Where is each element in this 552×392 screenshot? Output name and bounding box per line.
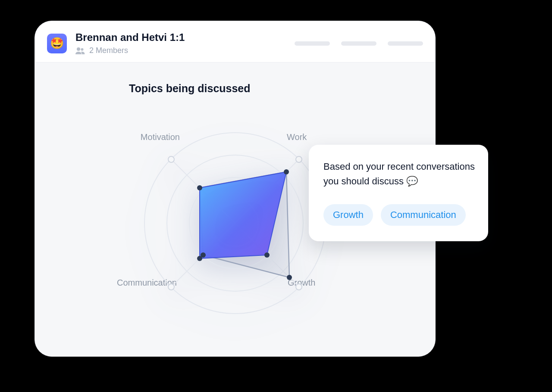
channel-title: Brennan and Hetvi 1:1 (75, 31, 185, 44)
svg-point-0 (77, 47, 80, 51)
members-row: 2 Members (75, 46, 185, 55)
svg-point-18 (264, 252, 270, 258)
svg-point-19 (197, 256, 202, 261)
title-block: Brennan and Hetvi 1:1 2 Members (75, 31, 185, 55)
radar-chart-svg (136, 124, 334, 322)
chip-communication[interactable]: Communication (381, 204, 466, 226)
svg-point-10 (168, 156, 174, 162)
placeholder-tab (341, 41, 376, 46)
suggestion-popover: Based on your recent conversations you s… (309, 145, 488, 241)
svg-point-17 (197, 185, 202, 190)
svg-point-11 (296, 156, 302, 162)
svg-point-12 (296, 284, 302, 290)
members-icon (75, 47, 85, 54)
card-header: 🤩 Brennan and Hetvi 1:1 (35, 21, 435, 62)
svg-point-15 (287, 275, 292, 280)
section-title: Topics being discussed (129, 82, 435, 95)
svg-point-1 (81, 48, 84, 50)
members-count-label: 2 Members (89, 46, 128, 55)
header-placeholder-tabs (295, 41, 423, 46)
star-struck-emoji-icon: 🤩 (50, 37, 64, 50)
chip-growth[interactable]: Growth (323, 204, 373, 226)
svg-point-14 (284, 169, 289, 174)
placeholder-tab (295, 41, 330, 46)
channel-avatar: 🤩 (47, 34, 67, 53)
svg-point-13 (168, 284, 174, 290)
suggestion-text: Based on your recent conversations you s… (323, 159, 475, 189)
placeholder-tab (388, 41, 423, 46)
suggestion-chips: Growth Communication (323, 204, 475, 226)
